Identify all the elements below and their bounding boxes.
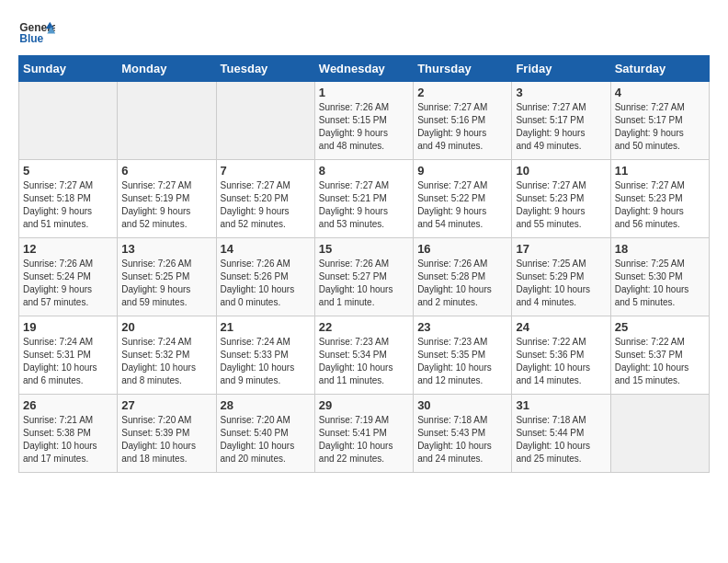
- calendar-cell: 13Sunrise: 7:26 AM Sunset: 5:25 PM Dayli…: [118, 238, 216, 316]
- cell-content: Sunrise: 7:27 AM Sunset: 5:19 PM Dayligh…: [121, 179, 211, 231]
- day-number: 15: [319, 242, 409, 256]
- calendar-cell: 5Sunrise: 7:27 AM Sunset: 5:18 PM Daylig…: [19, 160, 118, 238]
- cell-content: Sunrise: 7:27 AM Sunset: 5:17 PM Dayligh…: [615, 101, 705, 153]
- calendar-cell: 17Sunrise: 7:25 AM Sunset: 5:29 PM Dayli…: [512, 238, 610, 316]
- calendar-header-row: SundayMondayTuesdayWednesdayThursdayFrid…: [19, 56, 710, 82]
- day-number: 19: [23, 320, 113, 334]
- cell-content: Sunrise: 7:27 AM Sunset: 5:21 PM Dayligh…: [319, 179, 409, 231]
- cell-content: Sunrise: 7:22 AM Sunset: 5:36 PM Dayligh…: [516, 336, 606, 387]
- day-header-tuesday: Tuesday: [216, 56, 314, 82]
- day-number: 20: [121, 320, 211, 334]
- cell-content: Sunrise: 7:27 AM Sunset: 5:23 PM Dayligh…: [615, 179, 705, 231]
- calendar-cell: [118, 82, 216, 160]
- calendar-cell: [19, 82, 118, 160]
- day-header-saturday: Saturday: [610, 56, 709, 82]
- day-number: 5: [23, 164, 113, 178]
- calendar-week-3: 12Sunrise: 7:26 AM Sunset: 5:24 PM Dayli…: [19, 238, 710, 316]
- day-number: 25: [615, 320, 705, 334]
- day-header-friday: Friday: [512, 56, 610, 82]
- calendar-cell: 12Sunrise: 7:26 AM Sunset: 5:24 PM Dayli…: [19, 238, 118, 316]
- day-number: 26: [23, 398, 113, 412]
- page-header: General Blue: [18, 18, 710, 46]
- calendar-cell: 10Sunrise: 7:27 AM Sunset: 5:23 PM Dayli…: [512, 160, 610, 238]
- day-number: 9: [417, 164, 507, 178]
- cell-content: Sunrise: 7:26 AM Sunset: 5:27 PM Dayligh…: [319, 258, 409, 309]
- logo: General Blue: [18, 18, 55, 46]
- day-number: 29: [319, 398, 409, 412]
- day-number: 13: [121, 242, 211, 256]
- calendar-cell: [610, 395, 709, 473]
- calendar-cell: 22Sunrise: 7:23 AM Sunset: 5:34 PM Dayli…: [314, 316, 413, 395]
- calendar-cell: 4Sunrise: 7:27 AM Sunset: 5:17 PM Daylig…: [610, 82, 709, 160]
- calendar-cell: 2Sunrise: 7:27 AM Sunset: 5:16 PM Daylig…: [414, 82, 512, 160]
- calendar-cell: 8Sunrise: 7:27 AM Sunset: 5:21 PM Daylig…: [314, 160, 413, 238]
- calendar-week-1: 1Sunrise: 7:26 AM Sunset: 5:15 PM Daylig…: [19, 82, 710, 160]
- calendar-cell: 16Sunrise: 7:26 AM Sunset: 5:28 PM Dayli…: [414, 238, 512, 316]
- day-number: 7: [221, 164, 311, 178]
- calendar-week-2: 5Sunrise: 7:27 AM Sunset: 5:18 PM Daylig…: [19, 160, 710, 238]
- calendar-cell: 14Sunrise: 7:26 AM Sunset: 5:26 PM Dayli…: [216, 238, 314, 316]
- cell-content: Sunrise: 7:27 AM Sunset: 5:22 PM Dayligh…: [417, 179, 507, 231]
- day-number: 21: [221, 320, 311, 334]
- day-number: 18: [615, 242, 705, 256]
- cell-content: Sunrise: 7:27 AM Sunset: 5:18 PM Dayligh…: [23, 179, 113, 231]
- cell-content: Sunrise: 7:19 AM Sunset: 5:41 PM Dayligh…: [319, 414, 409, 465]
- day-number: 22: [319, 320, 409, 334]
- day-number: 31: [516, 398, 606, 412]
- day-number: 14: [221, 242, 311, 256]
- calendar-cell: 31Sunrise: 7:18 AM Sunset: 5:44 PM Dayli…: [512, 395, 610, 473]
- day-number: 6: [121, 164, 211, 178]
- cell-content: Sunrise: 7:27 AM Sunset: 5:23 PM Dayligh…: [516, 179, 606, 231]
- day-header-thursday: Thursday: [414, 56, 512, 82]
- cell-content: Sunrise: 7:25 AM Sunset: 5:30 PM Dayligh…: [615, 258, 705, 309]
- cell-content: Sunrise: 7:27 AM Sunset: 5:20 PM Dayligh…: [221, 179, 311, 231]
- day-number: 2: [417, 86, 507, 99]
- calendar-cell: 26Sunrise: 7:21 AM Sunset: 5:38 PM Dayli…: [19, 395, 118, 473]
- calendar-cell: 20Sunrise: 7:24 AM Sunset: 5:32 PM Dayli…: [118, 316, 216, 395]
- day-number: 12: [23, 242, 113, 256]
- day-number: 16: [417, 242, 507, 256]
- calendar-week-5: 26Sunrise: 7:21 AM Sunset: 5:38 PM Dayli…: [19, 395, 710, 473]
- calendar-cell: 29Sunrise: 7:19 AM Sunset: 5:41 PM Dayli…: [314, 395, 413, 473]
- calendar-cell: 7Sunrise: 7:27 AM Sunset: 5:20 PM Daylig…: [216, 160, 314, 238]
- calendar-cell: 15Sunrise: 7:26 AM Sunset: 5:27 PM Dayli…: [314, 238, 413, 316]
- cell-content: Sunrise: 7:23 AM Sunset: 5:34 PM Dayligh…: [319, 336, 409, 387]
- cell-content: Sunrise: 7:20 AM Sunset: 5:39 PM Dayligh…: [121, 414, 211, 465]
- day-number: 11: [615, 164, 705, 178]
- cell-content: Sunrise: 7:21 AM Sunset: 5:38 PM Dayligh…: [23, 414, 113, 465]
- cell-content: Sunrise: 7:26 AM Sunset: 5:15 PM Dayligh…: [319, 101, 409, 153]
- svg-text:Blue: Blue: [19, 32, 43, 45]
- calendar-cell: 1Sunrise: 7:26 AM Sunset: 5:15 PM Daylig…: [314, 82, 413, 160]
- cell-content: Sunrise: 7:26 AM Sunset: 5:24 PM Dayligh…: [23, 258, 113, 309]
- calendar-cell: 11Sunrise: 7:27 AM Sunset: 5:23 PM Dayli…: [610, 160, 709, 238]
- cell-content: Sunrise: 7:27 AM Sunset: 5:17 PM Dayligh…: [516, 101, 606, 153]
- day-number: 24: [516, 320, 606, 334]
- day-header-monday: Monday: [118, 56, 216, 82]
- cell-content: Sunrise: 7:24 AM Sunset: 5:31 PM Dayligh…: [23, 336, 113, 387]
- day-number: 23: [417, 320, 507, 334]
- logo-icon: General Blue: [18, 18, 55, 46]
- day-number: 1: [319, 86, 409, 99]
- calendar-cell: 21Sunrise: 7:24 AM Sunset: 5:33 PM Dayli…: [216, 316, 314, 395]
- cell-content: Sunrise: 7:26 AM Sunset: 5:28 PM Dayligh…: [417, 258, 507, 309]
- day-number: 17: [516, 242, 606, 256]
- calendar-cell: 18Sunrise: 7:25 AM Sunset: 5:30 PM Dayli…: [610, 238, 709, 316]
- calendar-cell: 3Sunrise: 7:27 AM Sunset: 5:17 PM Daylig…: [512, 82, 610, 160]
- calendar-cell: 30Sunrise: 7:18 AM Sunset: 5:43 PM Dayli…: [414, 395, 512, 473]
- cell-content: Sunrise: 7:24 AM Sunset: 5:33 PM Dayligh…: [221, 336, 311, 387]
- day-header-wednesday: Wednesday: [314, 56, 413, 82]
- cell-content: Sunrise: 7:18 AM Sunset: 5:43 PM Dayligh…: [417, 414, 507, 465]
- calendar-cell: 25Sunrise: 7:22 AM Sunset: 5:37 PM Dayli…: [610, 316, 709, 395]
- calendar-cell: [216, 82, 314, 160]
- cell-content: Sunrise: 7:24 AM Sunset: 5:32 PM Dayligh…: [121, 336, 211, 387]
- calendar-cell: 24Sunrise: 7:22 AM Sunset: 5:36 PM Dayli…: [512, 316, 610, 395]
- cell-content: Sunrise: 7:26 AM Sunset: 5:26 PM Dayligh…: [221, 258, 311, 309]
- cell-content: Sunrise: 7:20 AM Sunset: 5:40 PM Dayligh…: [221, 414, 311, 465]
- day-number: 10: [516, 164, 606, 178]
- calendar-cell: 9Sunrise: 7:27 AM Sunset: 5:22 PM Daylig…: [414, 160, 512, 238]
- day-number: 28: [221, 398, 311, 412]
- cell-content: Sunrise: 7:18 AM Sunset: 5:44 PM Dayligh…: [516, 414, 606, 465]
- cell-content: Sunrise: 7:22 AM Sunset: 5:37 PM Dayligh…: [615, 336, 705, 387]
- cell-content: Sunrise: 7:27 AM Sunset: 5:16 PM Dayligh…: [417, 101, 507, 153]
- calendar-cell: 28Sunrise: 7:20 AM Sunset: 5:40 PM Dayli…: [216, 395, 314, 473]
